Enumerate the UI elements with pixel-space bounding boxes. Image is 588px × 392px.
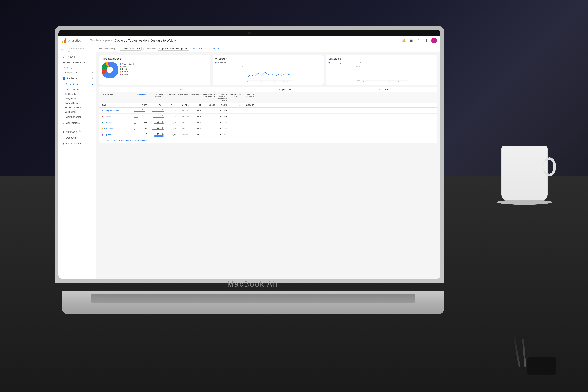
table-row: 1. Organic Search 5 053 82,87 % bbox=[100, 108, 437, 114]
table-footer[interactable]: Pour afficher l'ensemble des 3 canaux, v… bbox=[100, 138, 437, 143]
users-legend-dot bbox=[215, 62, 216, 64]
ga-logo: Analytics bbox=[62, 38, 88, 43]
sidebar-item-administration[interactable]: ⚙ Administration bbox=[58, 141, 96, 146]
mug-saucer bbox=[497, 200, 552, 205]
user-avatar[interactable] bbox=[431, 38, 437, 44]
sidebar-sub-vue-densemble[interactable]: Vue d'ensemble bbox=[58, 87, 96, 92]
ga-body: 🔍 Rechercher dans les rapports ⌂ Accueil… bbox=[58, 45, 440, 279]
col-users[interactable]: Utilisateurs ↕ bbox=[134, 94, 147, 102]
sidebar-sub-search-console[interactable]: Search Console bbox=[58, 101, 96, 105]
notifications-icon[interactable]: 🔔 bbox=[401, 38, 406, 43]
channel-3[interactable]: 3. Direct bbox=[102, 122, 134, 124]
sidebar-item-accueil[interactable]: ⌂ Accueil bbox=[58, 54, 96, 60]
mug-body bbox=[502, 146, 548, 200]
title-arrow[interactable]: ▾ bbox=[174, 39, 176, 42]
row4-bounce-val: 83,65 % bbox=[148, 127, 164, 129]
more-icon[interactable]: ⋮ bbox=[424, 38, 429, 43]
sidebar-label-temps-reel: Temps réel bbox=[65, 71, 77, 74]
svg-rect-2 bbox=[65, 38, 66, 42]
channel-name-2: 2. Social bbox=[104, 116, 111, 118]
sidebar-label-conversions: Conversions bbox=[66, 122, 80, 124]
total-users: 7 168 bbox=[134, 104, 147, 106]
legend-social: Social bbox=[120, 66, 134, 68]
svg-rect-1 bbox=[64, 40, 65, 42]
collapse-icon: ‹ bbox=[77, 148, 78, 151]
col-goal-value: Valeur de l'objectif 1 bbox=[241, 94, 254, 102]
conv-chart-svg: 100,00 % 0,00 % 3 août 10 août bbox=[328, 65, 434, 82]
col-duration: Durée moyenne des sessions bbox=[202, 94, 215, 102]
chart-utilisateurs: Utilisateurs Utilisateurs 400 200 bbox=[213, 55, 324, 85]
ga-app-name: Analytics bbox=[68, 39, 81, 42]
sidebar-search[interactable]: 🔍 Rechercher dans les rapports bbox=[58, 45, 96, 54]
sidebar-sub-campagnes[interactable]: Campagnes bbox=[58, 110, 96, 114]
col-pages: Pages/sess… bbox=[190, 94, 201, 102]
direct-dot bbox=[120, 68, 122, 70]
sidebar-sub-google-ads[interactable]: Google Ads bbox=[58, 96, 96, 101]
channel-1[interactable]: 1. Organic Search bbox=[102, 110, 134, 112]
row2-bounce-val: 80,32 % bbox=[148, 115, 164, 117]
conv-legend-label: Newsletter sign in (Taux de conversion –… bbox=[331, 62, 367, 64]
row4-val: 0,00 $US bbox=[216, 128, 227, 130]
row3-bounce-bar bbox=[154, 123, 164, 124]
svg-text:10 août: 10 août bbox=[258, 81, 262, 82]
laptop-screen-outer: Analytics Tous les comptes » Copie de To… bbox=[55, 26, 444, 282]
svg-text:400: 400 bbox=[242, 66, 245, 67]
sidebar-sub-reseaux-sociaux[interactable]: Réseaux sociaux bbox=[58, 105, 96, 110]
users-legend: Utilisateurs bbox=[215, 62, 321, 64]
row4-bar bbox=[134, 129, 135, 130]
referral-label: Referral bbox=[122, 71, 128, 73]
dimension-dropdown[interactable]: Principaux canaux ▾ bbox=[120, 46, 142, 50]
svg-text:3 août: 3 août bbox=[363, 81, 367, 82]
laptop: Analytics Tous les comptes » Copie de To… bbox=[55, 26, 451, 314]
sidebar-item-audience[interactable]: 👤 Audience ▶ bbox=[58, 76, 96, 81]
totals-row: Total 7 168 7 041 8 100 81,81 % 1,35 00:… bbox=[100, 103, 437, 108]
sidebar-item-attribution[interactable]: ⊕ Attribution BETA bbox=[58, 129, 96, 135]
laptop-screen-bezel: Analytics Tous les comptes » Copie de To… bbox=[58, 30, 440, 279]
sidebar-item-decouvrir[interactable]: ◌ Découvrir bbox=[58, 135, 96, 141]
row1-users: 5 053 bbox=[134, 109, 147, 112]
sidebar-collapse[interactable]: ‹ bbox=[58, 146, 96, 152]
sidebar-item-temps-reel[interactable]: ● Temps réel ▶ bbox=[58, 70, 96, 76]
ga-sidebar: 🔍 Rechercher dans les rapports ⌂ Accueil… bbox=[58, 45, 96, 279]
sidebar-item-personnalisation[interactable]: ★ Personnalisation bbox=[58, 60, 96, 66]
row3-users-val: 556 bbox=[134, 121, 147, 123]
svg-text:17 août: 17 août bbox=[271, 81, 276, 82]
channel-2[interactable]: 2. Social bbox=[102, 116, 134, 118]
dimension-value: Principaux canaux bbox=[122, 48, 138, 50]
modify-channels-link[interactable]: Modifier le groupe de canaux bbox=[193, 48, 219, 50]
channel-5[interactable]: 5. (Other) bbox=[102, 134, 134, 136]
sidebar-sub-tout-le-trafic[interactable]: Tout le trafic bbox=[58, 92, 96, 96]
filter-separator: | bbox=[143, 48, 144, 50]
ga-filters: Dimension principale Principaux canaux ▾… bbox=[96, 45, 440, 52]
home-icon: ⌂ bbox=[62, 56, 65, 58]
sidebar-item-comportement[interactable]: ⬡ Comportement bbox=[58, 114, 96, 120]
apps-icon[interactable]: ⊞ bbox=[409, 38, 414, 43]
row5-users-val: 3 bbox=[134, 133, 147, 135]
laptop-base bbox=[62, 291, 444, 314]
sidebar-label-personnalisation: Personnalisation bbox=[67, 61, 85, 64]
table-row: 4. Referral 97 83,65 % bbox=[100, 126, 437, 132]
sidebar-item-acquisition[interactable]: ↗ Acquisition ▼ bbox=[58, 81, 96, 87]
row4-compl: 0 bbox=[202, 128, 215, 130]
th-empty bbox=[102, 88, 134, 92]
row1-conv: 0,00 % bbox=[190, 110, 201, 112]
help-icon[interactable]: ? bbox=[416, 38, 422, 43]
svg-text:17 août: 17 août bbox=[386, 81, 390, 82]
conversions-icon: ◎ bbox=[62, 122, 64, 124]
legend-other: (Other) bbox=[120, 74, 134, 76]
svg-text:100,00 %: 100,00 % bbox=[356, 66, 362, 68]
sidebar-bottom: ⊕ Attribution BETA ◌ Découvrir ⚙ Adminis… bbox=[58, 129, 96, 146]
charts-row: Principaux canaux bbox=[99, 55, 437, 85]
row1-users-val: 5 053 bbox=[134, 109, 147, 111]
conversion-dropdown[interactable]: Objectif 1 : Newsletter sign in ▾ bbox=[158, 46, 189, 50]
breadcrumb: Tous les comptes » bbox=[90, 39, 112, 42]
total-label: Total bbox=[102, 104, 134, 106]
desk-items bbox=[513, 332, 556, 375]
acquisition-table-card: Acquisition Comportement Conversions Can… bbox=[99, 87, 437, 143]
sidebar-item-conversions[interactable]: ◎ Conversions bbox=[58, 120, 96, 126]
star-icon: ★ bbox=[62, 61, 65, 64]
other-dot bbox=[120, 74, 122, 75]
row1-empty2: 00:01:00 bbox=[176, 110, 189, 112]
users-legend-label: Utilisateurs bbox=[218, 62, 226, 64]
channel-4[interactable]: 4. Referral bbox=[102, 128, 134, 130]
